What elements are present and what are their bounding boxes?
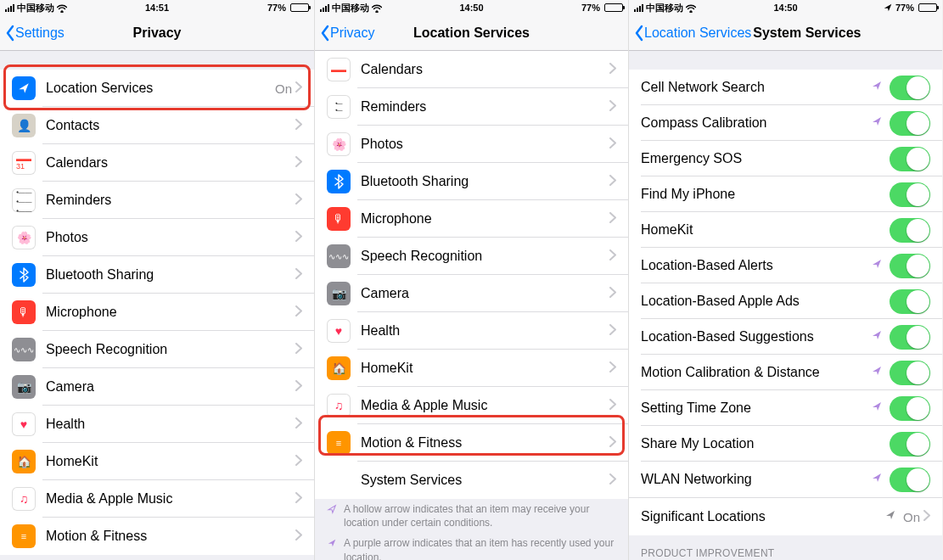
row-label: Location-Based Apple Ads bbox=[641, 294, 890, 309]
row-contacts[interactable]: 👤 Contacts bbox=[0, 107, 314, 144]
row-significant-locations[interactable]: Significant Locations On bbox=[629, 498, 942, 535]
row-media-music[interactable]: ♫ Media & Apple Music bbox=[0, 480, 314, 518]
row-health[interactable]: ♥ Health bbox=[315, 312, 628, 350]
location-arrow-icon bbox=[871, 115, 883, 131]
row-cell-network-search[interactable]: Cell Network Search bbox=[629, 70, 942, 105]
legend-purple: A purple arrow indicates that an item ha… bbox=[315, 533, 628, 560]
toggle-switch[interactable] bbox=[890, 289, 930, 314]
chevron-right-icon bbox=[609, 323, 616, 339]
row-calendars[interactable]: ▬▬ Calendars bbox=[315, 51, 628, 88]
row-label: Speech Recognition bbox=[361, 249, 609, 264]
row-calendars[interactable]: ▬▬31 Calendars bbox=[0, 144, 314, 182]
carrier-label: 中国移动 bbox=[332, 2, 369, 14]
row-label: Media & Apple Music bbox=[361, 398, 609, 413]
row-motion-calibration-distance[interactable]: Motion Calibration & Distance bbox=[629, 355, 942, 390]
back-button[interactable]: Privacy bbox=[320, 25, 374, 42]
reminders-icon: ⦁――⦁――⦁―― bbox=[12, 188, 36, 212]
row-location-based-suggestions[interactable]: Location-Based Suggestions bbox=[629, 319, 942, 355]
battery-pct-label: 77% bbox=[895, 3, 914, 13]
chevron-right-icon bbox=[295, 417, 302, 432]
chevron-right-icon bbox=[609, 398, 616, 413]
microphone-icon: 🎙 bbox=[327, 207, 351, 231]
chevron-right-icon bbox=[609, 249, 616, 264]
motion-icon: ≡ bbox=[12, 524, 36, 548]
toggle-switch[interactable] bbox=[890, 76, 930, 100]
toggle-switch[interactable] bbox=[890, 147, 930, 171]
row-label: HomeKit bbox=[361, 361, 609, 376]
row-share-my-location[interactable]: Share My Location bbox=[629, 426, 942, 462]
row-label: System Services bbox=[361, 473, 609, 488]
row-bluetooth[interactable]: Bluetooth Sharing bbox=[315, 163, 628, 200]
location-arrow-icon bbox=[871, 472, 883, 487]
row-camera[interactable]: 📷 Camera bbox=[315, 275, 628, 312]
toggle-switch[interactable] bbox=[890, 325, 930, 350]
battery-pct-label: 77% bbox=[267, 3, 286, 13]
row-label: Camera bbox=[361, 286, 609, 301]
row-label: Motion & Fitness bbox=[361, 435, 609, 451]
toggle-switch[interactable] bbox=[890, 396, 930, 421]
toggle-switch[interactable] bbox=[890, 361, 930, 385]
location-arrow-icon bbox=[871, 329, 883, 344]
music-icon: ♫ bbox=[12, 487, 36, 511]
toggle-switch[interactable] bbox=[890, 111, 930, 136]
row-homekit[interactable]: 🏠 HomeKit bbox=[0, 443, 314, 480]
chevron-right-icon bbox=[295, 193, 302, 208]
row-label: HomeKit bbox=[46, 454, 295, 469]
battery-icon bbox=[918, 3, 937, 12]
row-location-based-apple-ads[interactable]: Location-Based Apple Ads bbox=[629, 283, 942, 319]
toggle-switch[interactable] bbox=[890, 432, 930, 456]
location-arrow-icon bbox=[884, 509, 896, 524]
page-title: System Services bbox=[753, 25, 861, 41]
row-photos[interactable]: 🌸 Photos bbox=[0, 219, 314, 256]
row-microphone[interactable]: 🎙 Microphone bbox=[0, 294, 314, 331]
row-location-based-alerts[interactable]: Location-Based Alerts bbox=[629, 248, 942, 283]
toggle-switch[interactable] bbox=[890, 468, 930, 492]
wifi-icon bbox=[57, 3, 67, 13]
calendar-icon: ▬▬31 bbox=[12, 151, 36, 175]
row-find-my-iphone[interactable]: Find My iPhone bbox=[629, 176, 942, 212]
row-label: Health bbox=[361, 323, 609, 339]
row-speech[interactable]: ∿∿∿ Speech Recognition bbox=[315, 238, 628, 275]
row-location-services[interactable]: Location Services On bbox=[0, 70, 314, 107]
row-microphone[interactable]: 🎙 Microphone bbox=[315, 200, 628, 238]
chevron-right-icon bbox=[295, 305, 302, 320]
row-emergency-sos[interactable]: Emergency SOS bbox=[629, 141, 942, 176]
row-label: Location-Based Alerts bbox=[641, 258, 871, 273]
back-button[interactable]: Settings bbox=[5, 25, 65, 42]
row-homekit[interactable]: 🏠 HomeKit bbox=[315, 350, 628, 387]
row-reminders[interactable]: ⦁――⦁――⦁―― Reminders bbox=[0, 182, 314, 219]
row-camera[interactable]: 📷 Camera bbox=[0, 368, 314, 406]
row-motion-fitness[interactable]: ≡ Motion & Fitness bbox=[0, 518, 314, 555]
location-arrow-icon bbox=[871, 80, 883, 95]
row-bluetooth[interactable]: Bluetooth Sharing bbox=[0, 256, 314, 294]
row-homekit[interactable]: HomeKit bbox=[629, 212, 942, 248]
row-photos[interactable]: 🌸 Photos bbox=[315, 126, 628, 163]
section-header: PRODUCT IMPROVEMENT bbox=[629, 535, 942, 560]
row-system-services[interactable]: System Services bbox=[315, 462, 628, 499]
row-label: Calendars bbox=[46, 155, 295, 171]
row-label: Photos bbox=[361, 137, 609, 152]
row-reminders[interactable]: ⦁―⦁― Reminders bbox=[315, 88, 628, 126]
battery-icon bbox=[290, 3, 309, 12]
row-setting-time-zone[interactable]: Setting Time Zone bbox=[629, 390, 942, 426]
chevron-right-icon bbox=[609, 99, 616, 115]
toggle-switch[interactable] bbox=[890, 182, 930, 207]
toggle-switch[interactable] bbox=[890, 254, 930, 278]
row-label: WLAN Networking bbox=[641, 472, 871, 487]
chevron-right-icon bbox=[295, 529, 302, 544]
row-speech[interactable]: ∿∿∿ Speech Recognition bbox=[0, 331, 314, 368]
row-motion-fitness[interactable]: ≡ Motion & Fitness bbox=[315, 424, 628, 462]
row-label: Health bbox=[46, 417, 295, 432]
row-media-music[interactable]: ♫ Media & Apple Music bbox=[315, 387, 628, 424]
back-button[interactable]: Location Services bbox=[634, 25, 751, 42]
row-wlan-networking[interactable]: WLAN Networking bbox=[629, 462, 942, 497]
chevron-right-icon bbox=[295, 379, 302, 395]
homekit-icon: 🏠 bbox=[327, 356, 351, 380]
row-health[interactable]: ♥ Health bbox=[0, 406, 314, 443]
toggle-switch[interactable] bbox=[890, 218, 930, 243]
music-icon: ♫ bbox=[327, 394, 351, 417]
row-compass-calibration[interactable]: Compass Calibration bbox=[629, 105, 942, 141]
row-label: Motion & Fitness bbox=[46, 529, 295, 544]
carrier-label: 中国移动 bbox=[17, 2, 54, 14]
privacy-screen: 中国移动 14:51 77% Settings Privacy Location… bbox=[0, 0, 314, 560]
